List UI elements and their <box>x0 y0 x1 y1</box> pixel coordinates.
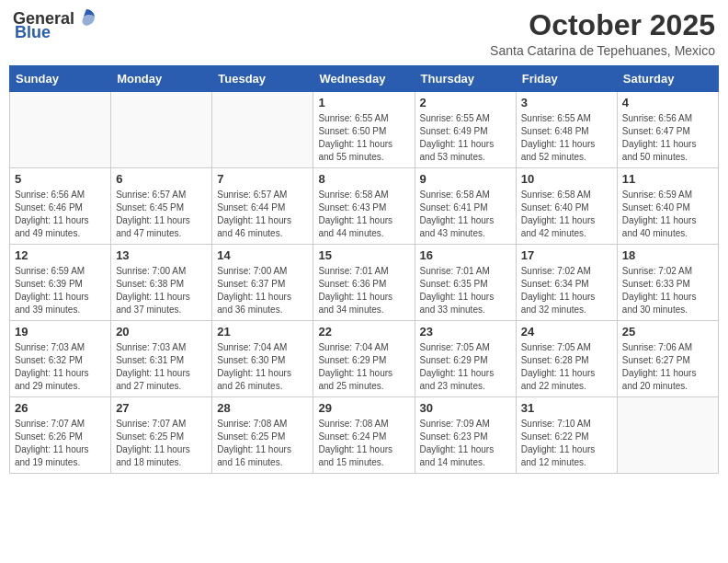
sunset-text: Sunset: 6:35 PM <box>420 278 511 291</box>
table-row: 9Sunrise: 6:58 AMSunset: 6:41 PMDaylight… <box>415 168 516 245</box>
table-row: 25Sunrise: 7:06 AMSunset: 6:27 PMDayligh… <box>617 321 718 397</box>
sunset-text: Sunset: 6:27 PM <box>622 354 713 367</box>
table-row <box>10 92 111 168</box>
sunset-text: Sunset: 6:28 PM <box>521 354 612 367</box>
sunset-text: Sunset: 6:45 PM <box>116 201 207 214</box>
day-number: 16 <box>420 248 511 262</box>
daylight-text: Daylight: 11 hours and 49 minutes. <box>15 214 106 240</box>
sunset-text: Sunset: 6:36 PM <box>318 278 409 291</box>
daylight-text: Daylight: 11 hours and 22 minutes. <box>521 367 612 393</box>
sunrise-text: Sunrise: 7:05 AM <box>521 341 612 354</box>
table-row: 7Sunrise: 6:57 AMSunset: 6:44 PMDaylight… <box>212 168 313 245</box>
sunset-text: Sunset: 6:39 PM <box>15 278 106 291</box>
sunset-text: Sunset: 6:40 PM <box>622 201 713 214</box>
table-row: 29Sunrise: 7:08 AMSunset: 6:24 PMDayligh… <box>313 397 415 474</box>
sunrise-text: Sunrise: 7:07 AM <box>116 418 207 431</box>
daylight-text: Daylight: 11 hours and 50 minutes. <box>622 138 713 164</box>
day-number: 2 <box>420 96 511 109</box>
sunset-text: Sunset: 6:23 PM <box>420 431 511 443</box>
table-row: 11Sunrise: 6:59 AMSunset: 6:40 PMDayligh… <box>617 168 718 245</box>
sunrise-text: Sunrise: 7:08 AM <box>217 418 308 431</box>
day-info: Sunrise: 7:00 AMSunset: 6:37 PMDaylight:… <box>217 265 308 316</box>
day-number: 1 <box>318 96 409 109</box>
daylight-text: Daylight: 11 hours and 55 minutes. <box>318 138 409 164</box>
day-number: 22 <box>318 325 409 339</box>
sunrise-text: Sunrise: 6:55 AM <box>420 112 511 125</box>
sunrise-text: Sunrise: 6:55 AM <box>521 112 612 125</box>
sunset-text: Sunset: 6:40 PM <box>521 201 612 214</box>
day-number: 27 <box>116 401 207 415</box>
sunrise-text: Sunrise: 7:09 AM <box>420 418 511 431</box>
sunset-text: Sunset: 6:32 PM <box>15 354 106 367</box>
day-number: 15 <box>318 248 409 262</box>
sunset-text: Sunset: 6:38 PM <box>116 278 207 291</box>
daylight-text: Daylight: 11 hours and 37 minutes. <box>116 291 207 316</box>
day-info: Sunrise: 7:03 AMSunset: 6:31 PMDaylight:… <box>116 341 207 393</box>
daylight-text: Daylight: 11 hours and 52 minutes. <box>521 138 612 164</box>
day-info: Sunrise: 7:05 AMSunset: 6:28 PMDaylight:… <box>521 341 612 393</box>
day-info: Sunrise: 6:57 AMSunset: 6:44 PMDaylight:… <box>217 189 308 240</box>
calendar-week-row: 26Sunrise: 7:07 AMSunset: 6:26 PMDayligh… <box>10 397 719 474</box>
header-sunday: Sunday <box>10 66 111 92</box>
header-saturday: Saturday <box>617 66 718 92</box>
sunrise-text: Sunrise: 7:03 AM <box>116 341 207 354</box>
daylight-text: Daylight: 11 hours and 26 minutes. <box>217 367 308 393</box>
sunrise-text: Sunrise: 6:58 AM <box>521 189 612 201</box>
day-number: 18 <box>622 248 713 262</box>
page-header: General Blue October 2025 Santa Catarina… <box>9 9 719 58</box>
day-info: Sunrise: 6:58 AMSunset: 6:40 PMDaylight:… <box>521 189 612 240</box>
daylight-text: Daylight: 11 hours and 18 minutes. <box>116 443 207 469</box>
month-title: October 2025 <box>490 9 715 41</box>
sunset-text: Sunset: 6:29 PM <box>318 354 409 367</box>
day-number: 3 <box>521 96 612 109</box>
day-number: 21 <box>217 325 308 339</box>
day-number: 6 <box>116 172 207 186</box>
daylight-text: Daylight: 11 hours and 36 minutes. <box>217 291 308 316</box>
sunset-text: Sunset: 6:44 PM <box>217 201 308 214</box>
day-number: 10 <box>521 172 612 186</box>
sunset-text: Sunset: 6:43 PM <box>318 201 409 214</box>
sunset-text: Sunset: 6:29 PM <box>420 354 511 367</box>
sunset-text: Sunset: 6:49 PM <box>420 125 511 138</box>
table-row: 31Sunrise: 7:10 AMSunset: 6:22 PMDayligh… <box>516 397 617 474</box>
sunrise-text: Sunrise: 6:57 AM <box>217 189 308 201</box>
calendar-week-row: 5Sunrise: 6:56 AMSunset: 6:46 PMDaylight… <box>10 168 719 245</box>
daylight-text: Daylight: 11 hours and 33 minutes. <box>420 291 511 316</box>
location: Santa Catarina de Tepehuanes, Mexico <box>490 43 715 58</box>
day-number: 28 <box>217 401 308 415</box>
daylight-text: Daylight: 11 hours and 32 minutes. <box>521 291 612 316</box>
daylight-text: Daylight: 11 hours and 15 minutes. <box>318 443 409 469</box>
sunrise-text: Sunrise: 7:06 AM <box>622 341 713 354</box>
sunset-text: Sunset: 6:26 PM <box>15 431 106 443</box>
table-row: 28Sunrise: 7:08 AMSunset: 6:25 PMDayligh… <box>212 397 313 474</box>
table-row: 8Sunrise: 6:58 AMSunset: 6:43 PMDaylight… <box>313 168 415 245</box>
daylight-text: Daylight: 11 hours and 20 minutes. <box>622 367 713 393</box>
sunrise-text: Sunrise: 7:04 AM <box>217 341 308 354</box>
table-row: 10Sunrise: 6:58 AMSunset: 6:40 PMDayligh… <box>516 168 617 245</box>
daylight-text: Daylight: 11 hours and 19 minutes. <box>15 443 106 469</box>
sunset-text: Sunset: 6:47 PM <box>622 125 713 138</box>
day-info: Sunrise: 6:56 AMSunset: 6:46 PMDaylight:… <box>15 189 106 240</box>
logo-icon <box>76 7 97 28</box>
table-row: 5Sunrise: 6:56 AMSunset: 6:46 PMDaylight… <box>10 168 111 245</box>
day-number: 26 <box>15 401 106 415</box>
sunrise-text: Sunrise: 7:04 AM <box>318 341 409 354</box>
table-row: 27Sunrise: 7:07 AMSunset: 6:25 PMDayligh… <box>111 397 212 474</box>
day-info: Sunrise: 7:07 AMSunset: 6:25 PMDaylight:… <box>116 418 207 469</box>
sunset-text: Sunset: 6:50 PM <box>318 125 409 138</box>
day-number: 17 <box>521 248 612 262</box>
sunset-text: Sunset: 6:37 PM <box>217 278 308 291</box>
day-number: 5 <box>15 172 106 186</box>
day-number: 19 <box>15 325 106 339</box>
sunrise-text: Sunrise: 7:10 AM <box>521 418 612 431</box>
sunrise-text: Sunrise: 6:59 AM <box>15 265 106 278</box>
table-row: 1Sunrise: 6:55 AMSunset: 6:50 PMDaylight… <box>313 92 415 168</box>
daylight-text: Daylight: 11 hours and 25 minutes. <box>318 367 409 393</box>
title-area: October 2025 Santa Catarina de Tepehuane… <box>490 9 715 58</box>
day-number: 12 <box>15 248 106 262</box>
logo-blue: Blue <box>15 23 51 42</box>
table-row: 23Sunrise: 7:05 AMSunset: 6:29 PMDayligh… <box>415 321 516 397</box>
sunrise-text: Sunrise: 7:01 AM <box>318 265 409 278</box>
daylight-text: Daylight: 11 hours and 27 minutes. <box>116 367 207 393</box>
day-info: Sunrise: 7:01 AMSunset: 6:35 PMDaylight:… <box>420 265 511 316</box>
